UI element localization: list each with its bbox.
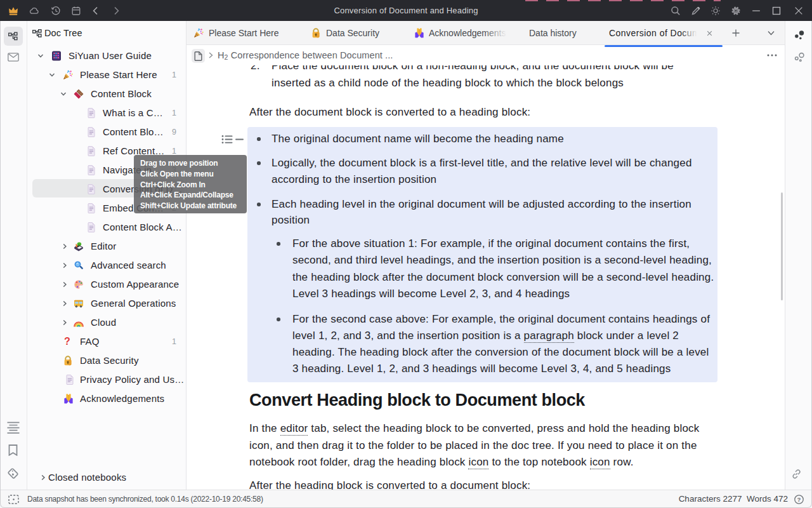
- svg-text:?: ?: [797, 496, 801, 503]
